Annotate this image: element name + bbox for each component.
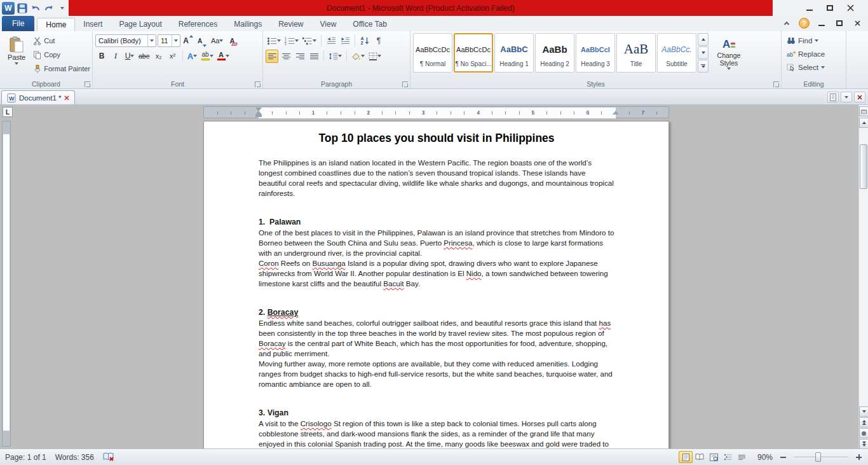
help-button[interactable]: ? (799, 18, 810, 29)
document-tab[interactable]: W Document1 * (1, 90, 75, 104)
vertical-scrollbar[interactable] (858, 105, 868, 448)
doc-minimize-button[interactable] (816, 18, 827, 29)
underline-button[interactable]: U (123, 50, 136, 63)
line-spacing-button[interactable] (327, 50, 343, 63)
proofing-errors-button[interactable] (103, 452, 114, 462)
tab-review[interactable]: Review (270, 18, 311, 31)
ruler-toggle-button[interactable] (859, 106, 868, 116)
print-layout-view-button[interactable] (679, 451, 693, 463)
word-count[interactable]: Words: 356 (55, 453, 94, 462)
paragraph-dialog-launcher[interactable] (402, 81, 408, 87)
clear-formatting-button[interactable]: A (226, 34, 238, 48)
maximize-button[interactable] (820, 2, 840, 15)
align-center-button[interactable] (280, 50, 292, 63)
copy-button[interactable]: Copy (33, 48, 90, 61)
tab-page-layout[interactable]: Page Layout (111, 18, 170, 31)
find-button[interactable]: Find (784, 34, 844, 47)
chevron-down-icon[interactable] (147, 35, 156, 46)
styles-scroll-up-button[interactable] (698, 33, 709, 46)
tab-references[interactable]: References (170, 18, 226, 31)
strikethrough-button[interactable]: abe (137, 50, 151, 63)
close-document-tab-button[interactable] (854, 92, 865, 102)
paste-button[interactable]: Paste (3, 33, 31, 78)
zoom-slider-thumb[interactable] (815, 452, 821, 462)
left-indent-marker[interactable] (255, 115, 262, 117)
page-count[interactable]: Page: 1 of 1 (5, 453, 46, 462)
zoom-out-button[interactable] (778, 452, 789, 462)
full-screen-reading-view-button[interactable] (693, 451, 707, 463)
style-subtitle[interactable]: AaBbCc. Subtitle (657, 33, 696, 73)
font-color-button[interactable]: A (216, 50, 231, 63)
style-no-spacing[interactable]: AaBbCcDc ¶ No Spaci... (454, 33, 493, 73)
style-heading-1[interactable]: AaBbC Heading 1 (494, 33, 534, 73)
close-button[interactable] (840, 2, 860, 15)
multilevel-list-button[interactable] (301, 34, 318, 48)
change-case-button[interactable]: Aa (210, 34, 224, 48)
save-button[interactable] (17, 3, 28, 14)
align-right-button[interactable] (294, 50, 306, 63)
style-heading-2[interactable]: AaBb Heading 2 (535, 33, 574, 73)
tab-list-dropdown-button[interactable] (841, 92, 852, 102)
document-page[interactable]: Top 10 places you should visit in Philip… (203, 121, 669, 448)
text-effects-button[interactable]: A (186, 50, 199, 63)
increase-indent-button[interactable] (339, 34, 351, 48)
redo-button[interactable] (43, 3, 55, 14)
grow-font-button[interactable]: A (182, 34, 194, 48)
tab-file[interactable]: File (2, 16, 34, 31)
font-dialog-launcher[interactable] (255, 81, 261, 87)
style-title[interactable]: AaB Title (616, 33, 656, 73)
scroll-up-button[interactable] (859, 118, 868, 128)
page-content[interactable]: Top 10 places you should visit in Philip… (204, 121, 668, 448)
zoom-slider[interactable] (794, 452, 848, 462)
minimize-button[interactable] (799, 2, 820, 15)
tab-home[interactable]: Home (37, 18, 75, 31)
styles-dialog-launcher[interactable] (773, 81, 779, 87)
styles-scroll-down-button[interactable] (698, 46, 709, 59)
select-browse-object-button[interactable] (859, 428, 868, 438)
zoom-level[interactable]: 90% (754, 453, 773, 462)
close-tab-icon[interactable] (64, 95, 69, 101)
italic-button[interactable]: I (109, 50, 122, 63)
replace-button[interactable]: ab Replace (784, 47, 844, 60)
bold-button[interactable]: B (95, 50, 108, 63)
chevron-down-icon[interactable] (172, 35, 180, 46)
font-size-select[interactable]: 11 (158, 34, 180, 47)
scroll-down-button[interactable] (859, 406, 868, 417)
numbering-button[interactable]: 1.2.3. (283, 34, 300, 48)
cut-button[interactable]: Cut (33, 34, 90, 47)
select-button[interactable]: Select (784, 60, 844, 74)
clipboard-dialog-launcher[interactable] (85, 81, 90, 87)
show-formatting-marks-button[interactable]: ¶ (372, 34, 385, 48)
borders-button[interactable] (367, 50, 383, 63)
tab-view[interactable]: View (312, 18, 345, 31)
new-document-tab-button[interactable] (827, 92, 839, 102)
decrease-indent-button[interactable] (325, 34, 337, 48)
tab-mailings[interactable]: Mailings (226, 18, 270, 31)
font-family-select[interactable]: Calibri (Body) (95, 34, 156, 47)
highlight-button[interactable]: ab (200, 50, 215, 63)
style-normal[interactable]: AaBbCcDc ¶ Normal (413, 33, 452, 73)
doc-restore-button[interactable] (834, 18, 845, 29)
shading-button[interactable] (350, 50, 366, 63)
bullets-button[interactable] (266, 34, 282, 48)
scrollbar-thumb[interactable] (860, 144, 867, 189)
draft-view-button[interactable] (735, 451, 749, 463)
zoom-in-button[interactable] (853, 452, 864, 462)
horizontal-ruler[interactable]: 1 2 3 4 5 6 7 (203, 106, 669, 118)
tab-insert[interactable]: Insert (75, 18, 111, 31)
outline-view-button[interactable] (721, 451, 735, 463)
shrink-font-button[interactable]: A (196, 34, 208, 48)
word-logo-icon[interactable]: W (2, 2, 15, 15)
justify-button[interactable] (308, 50, 320, 63)
undo-button[interactable] (30, 3, 41, 14)
vertical-ruler[interactable] (2, 121, 11, 447)
align-left-button[interactable] (266, 50, 278, 63)
style-heading-3[interactable]: AaBbCcI Heading 3 (576, 33, 615, 73)
web-layout-view-button[interactable] (707, 451, 721, 463)
customize-qat-dropdown[interactable] (57, 3, 68, 14)
tab-stop-selector[interactable]: L (3, 107, 13, 117)
format-painter-button[interactable]: Format Painter (33, 62, 90, 75)
change-styles-button[interactable]: A Change Styles (711, 33, 747, 79)
tab-office-tab[interactable]: Office Tab (344, 18, 395, 31)
right-indent-marker[interactable] (613, 111, 619, 115)
